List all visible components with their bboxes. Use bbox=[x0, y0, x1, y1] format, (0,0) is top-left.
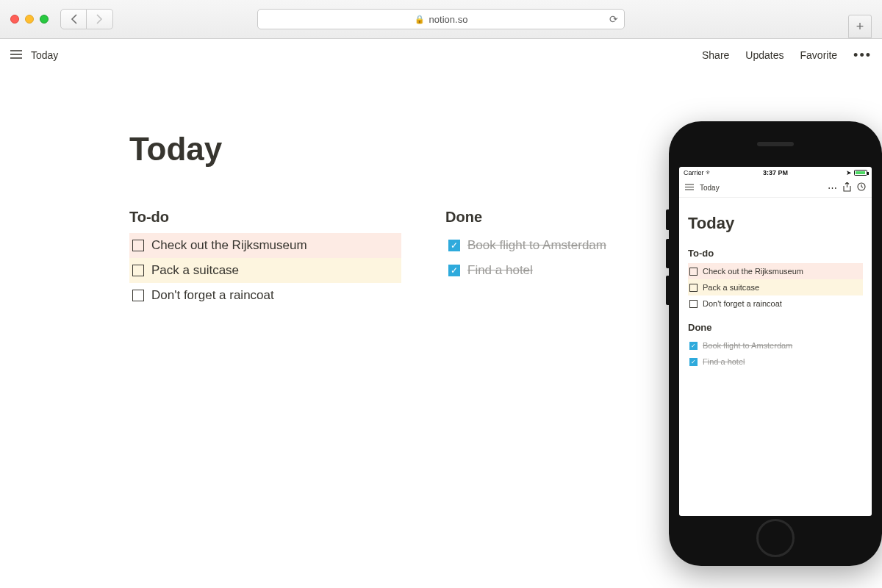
checkbox-checked-icon[interactable]: ✓ bbox=[689, 342, 698, 350]
address-bar[interactable]: 🔒 notion.so ⟳ bbox=[257, 9, 625, 29]
hamburger-icon bbox=[685, 184, 694, 190]
window-close-button[interactable] bbox=[10, 15, 19, 24]
ios-status-bar: Carrier ᯤ 3:37 PM ➤ bbox=[679, 167, 872, 179]
location-icon: ➤ bbox=[846, 169, 852, 176]
ios-page-title[interactable]: Today bbox=[688, 214, 863, 233]
window-controls bbox=[10, 15, 49, 24]
status-time: 3:37 PM bbox=[763, 169, 788, 176]
lock-icon: 🔒 bbox=[415, 15, 425, 24]
favorite-button[interactable]: Favorite bbox=[800, 49, 838, 61]
checkbox-unchecked-icon[interactable] bbox=[132, 240, 144, 251]
ios-todo-item[interactable]: Don't forget a raincoat bbox=[688, 295, 863, 312]
todo-text: Don't forget a raincoat bbox=[151, 288, 274, 303]
checkbox-checked-icon[interactable]: ✓ bbox=[448, 265, 460, 276]
browser-chrome: 🔒 notion.so ⟳ + bbox=[0, 0, 882, 39]
notion-toolbar: Today Share Updates Favorite ••• bbox=[0, 39, 882, 72]
ios-todo-text: Check out the Rijksmuseum bbox=[703, 267, 803, 276]
ios-done-text: Book flight to Amsterdam bbox=[703, 341, 792, 350]
todo-text: Check out the Rijksmuseum bbox=[151, 238, 307, 253]
ios-history-button[interactable] bbox=[857, 182, 866, 193]
checkbox-checked-icon[interactable]: ✓ bbox=[689, 358, 698, 366]
ios-page: Today To-do Check out the Rijksmuseum Pa… bbox=[679, 198, 872, 386]
todo-item[interactable]: Don't forget a raincoat bbox=[129, 283, 401, 308]
back-button[interactable] bbox=[60, 9, 87, 29]
ios-done-heading[interactable]: Done bbox=[688, 322, 863, 333]
checkbox-checked-icon[interactable]: ✓ bbox=[448, 240, 460, 251]
clock-icon bbox=[857, 182, 866, 191]
chevron-left-icon bbox=[71, 14, 77, 24]
share-button[interactable]: Share bbox=[702, 49, 729, 61]
ios-share-button[interactable] bbox=[843, 182, 851, 194]
phone-screen: Carrier ᯤ 3:37 PM ➤ Today ⋯ Today To-do bbox=[679, 167, 872, 516]
ios-todo-item[interactable]: Check out the Rijksmuseum bbox=[688, 263, 863, 279]
phone-mockup: Carrier ᯤ 3:37 PM ➤ Today ⋯ Today To-do bbox=[669, 121, 882, 566]
chevron-right-icon bbox=[96, 14, 103, 24]
checkbox-unchecked-icon[interactable] bbox=[132, 290, 144, 301]
done-text: Find a hotel bbox=[467, 263, 533, 278]
ios-todo-item[interactable]: Pack a suitcase bbox=[688, 279, 863, 295]
todo-item[interactable]: Pack a suitcase bbox=[129, 258, 401, 283]
new-tab-button[interactable]: + bbox=[848, 15, 872, 38]
ios-breadcrumb[interactable]: Today bbox=[700, 184, 720, 192]
battery-icon bbox=[854, 170, 867, 176]
nav-buttons bbox=[60, 9, 113, 29]
updates-button[interactable]: Updates bbox=[745, 49, 784, 61]
checkbox-unchecked-icon[interactable] bbox=[132, 265, 144, 276]
ios-toolbar: Today ⋯ bbox=[679, 179, 872, 198]
ios-done-item[interactable]: ✓ Find a hotel bbox=[688, 354, 863, 370]
ios-sidebar-toggle[interactable] bbox=[685, 184, 694, 192]
ios-done-item[interactable]: ✓ Book flight to Amsterdam bbox=[688, 337, 863, 354]
done-text: Book flight to Amsterdam bbox=[467, 238, 606, 253]
todo-item[interactable]: Check out the Rijksmuseum bbox=[129, 233, 401, 258]
hamburger-icon bbox=[10, 50, 22, 59]
reload-button[interactable]: ⟳ bbox=[609, 13, 618, 25]
ios-todo-text: Pack a suitcase bbox=[703, 283, 759, 292]
checkbox-unchecked-icon[interactable] bbox=[689, 300, 698, 308]
todo-heading[interactable]: To-do bbox=[129, 209, 401, 226]
sidebar-toggle[interactable] bbox=[10, 49, 22, 61]
url-host: notion.so bbox=[429, 14, 468, 25]
ios-todo-heading[interactable]: To-do bbox=[688, 248, 863, 259]
forward-button[interactable] bbox=[87, 9, 113, 29]
window-minimize-button[interactable] bbox=[25, 15, 34, 24]
more-menu[interactable]: ••• bbox=[853, 49, 872, 62]
checkbox-unchecked-icon[interactable] bbox=[689, 284, 698, 292]
window-zoom-button[interactable] bbox=[40, 15, 49, 24]
todo-text: Pack a suitcase bbox=[151, 263, 239, 278]
carrier-label: Carrier ᯤ bbox=[684, 169, 712, 176]
share-icon bbox=[843, 182, 851, 192]
breadcrumb[interactable]: Today bbox=[31, 49, 58, 61]
todo-column: To-do Check out the Rijksmuseum Pack a s… bbox=[129, 209, 401, 308]
ios-more-menu[interactable]: ⋯ bbox=[828, 182, 837, 193]
ios-todo-text: Don't forget a raincoat bbox=[703, 299, 782, 308]
checkbox-unchecked-icon[interactable] bbox=[689, 268, 698, 276]
ios-done-text: Find a hotel bbox=[703, 357, 745, 366]
